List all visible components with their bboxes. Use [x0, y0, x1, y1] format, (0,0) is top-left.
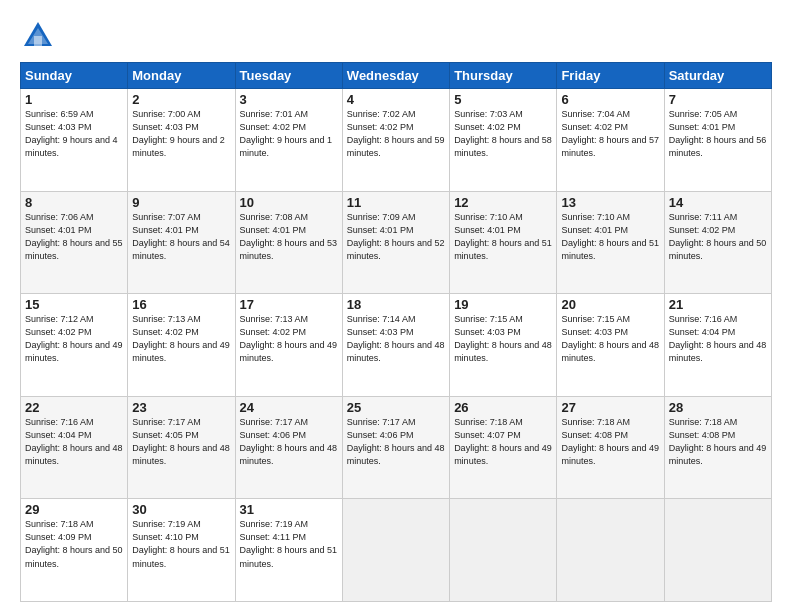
calendar-cell: 30Sunrise: 7:19 AMSunset: 4:10 PMDayligh… [128, 499, 235, 602]
day-info: Sunrise: 7:18 AMSunset: 4:08 PMDaylight:… [669, 417, 767, 466]
calendar-cell: 27Sunrise: 7:18 AMSunset: 4:08 PMDayligh… [557, 396, 664, 499]
day-number: 1 [25, 92, 123, 107]
calendar-cell: 17Sunrise: 7:13 AMSunset: 4:02 PMDayligh… [235, 294, 342, 397]
calendar-cell: 31Sunrise: 7:19 AMSunset: 4:11 PMDayligh… [235, 499, 342, 602]
day-info: Sunrise: 7:04 AMSunset: 4:02 PMDaylight:… [561, 109, 659, 158]
day-number: 20 [561, 297, 659, 312]
day-number: 14 [669, 195, 767, 210]
calendar-cell: 20Sunrise: 7:15 AMSunset: 4:03 PMDayligh… [557, 294, 664, 397]
calendar-table: SundayMondayTuesdayWednesdayThursdayFrid… [20, 62, 772, 602]
calendar-day-header: Wednesday [342, 63, 449, 89]
calendar-cell: 25Sunrise: 7:17 AMSunset: 4:06 PMDayligh… [342, 396, 449, 499]
day-info: Sunrise: 7:18 AMSunset: 4:08 PMDaylight:… [561, 417, 659, 466]
calendar-cell [450, 499, 557, 602]
calendar-cell: 22Sunrise: 7:16 AMSunset: 4:04 PMDayligh… [21, 396, 128, 499]
day-info: Sunrise: 7:17 AMSunset: 4:06 PMDaylight:… [347, 417, 445, 466]
day-number: 24 [240, 400, 338, 415]
calendar-cell [342, 499, 449, 602]
calendar-week-row: 8Sunrise: 7:06 AMSunset: 4:01 PMDaylight… [21, 191, 772, 294]
day-info: Sunrise: 7:16 AMSunset: 4:04 PMDaylight:… [669, 314, 767, 363]
day-info: Sunrise: 7:18 AMSunset: 4:07 PMDaylight:… [454, 417, 552, 466]
calendar-day-header: Saturday [664, 63, 771, 89]
calendar-cell: 16Sunrise: 7:13 AMSunset: 4:02 PMDayligh… [128, 294, 235, 397]
day-info: Sunrise: 6:59 AMSunset: 4:03 PMDaylight:… [25, 109, 118, 158]
day-number: 9 [132, 195, 230, 210]
day-number: 2 [132, 92, 230, 107]
calendar-cell: 18Sunrise: 7:14 AMSunset: 4:03 PMDayligh… [342, 294, 449, 397]
calendar-cell: 8Sunrise: 7:06 AMSunset: 4:01 PMDaylight… [21, 191, 128, 294]
calendar-week-row: 15Sunrise: 7:12 AMSunset: 4:02 PMDayligh… [21, 294, 772, 397]
header [20, 18, 772, 54]
day-number: 8 [25, 195, 123, 210]
day-info: Sunrise: 7:10 AMSunset: 4:01 PMDaylight:… [561, 212, 659, 261]
calendar-cell: 3Sunrise: 7:01 AMSunset: 4:02 PMDaylight… [235, 89, 342, 192]
day-info: Sunrise: 7:15 AMSunset: 4:03 PMDaylight:… [454, 314, 552, 363]
calendar-header-row: SundayMondayTuesdayWednesdayThursdayFrid… [21, 63, 772, 89]
day-info: Sunrise: 7:19 AMSunset: 4:11 PMDaylight:… [240, 519, 338, 568]
day-info: Sunrise: 7:14 AMSunset: 4:03 PMDaylight:… [347, 314, 445, 363]
day-number: 4 [347, 92, 445, 107]
day-number: 15 [25, 297, 123, 312]
day-info: Sunrise: 7:15 AMSunset: 4:03 PMDaylight:… [561, 314, 659, 363]
calendar-cell: 28Sunrise: 7:18 AMSunset: 4:08 PMDayligh… [664, 396, 771, 499]
calendar-cell: 10Sunrise: 7:08 AMSunset: 4:01 PMDayligh… [235, 191, 342, 294]
day-number: 21 [669, 297, 767, 312]
day-number: 6 [561, 92, 659, 107]
day-info: Sunrise: 7:18 AMSunset: 4:09 PMDaylight:… [25, 519, 123, 568]
day-number: 26 [454, 400, 552, 415]
calendar-week-row: 22Sunrise: 7:16 AMSunset: 4:04 PMDayligh… [21, 396, 772, 499]
day-number: 18 [347, 297, 445, 312]
day-number: 23 [132, 400, 230, 415]
calendar-cell: 14Sunrise: 7:11 AMSunset: 4:02 PMDayligh… [664, 191, 771, 294]
calendar-cell: 23Sunrise: 7:17 AMSunset: 4:05 PMDayligh… [128, 396, 235, 499]
calendar-cell: 12Sunrise: 7:10 AMSunset: 4:01 PMDayligh… [450, 191, 557, 294]
calendar-week-row: 29Sunrise: 7:18 AMSunset: 4:09 PMDayligh… [21, 499, 772, 602]
calendar-day-header: Friday [557, 63, 664, 89]
day-info: Sunrise: 7:01 AMSunset: 4:02 PMDaylight:… [240, 109, 333, 158]
calendar-cell: 15Sunrise: 7:12 AMSunset: 4:02 PMDayligh… [21, 294, 128, 397]
calendar-cell: 19Sunrise: 7:15 AMSunset: 4:03 PMDayligh… [450, 294, 557, 397]
day-number: 30 [132, 502, 230, 517]
calendar-week-row: 1Sunrise: 6:59 AMSunset: 4:03 PMDaylight… [21, 89, 772, 192]
calendar-day-header: Thursday [450, 63, 557, 89]
day-info: Sunrise: 7:12 AMSunset: 4:02 PMDaylight:… [25, 314, 123, 363]
calendar-cell: 11Sunrise: 7:09 AMSunset: 4:01 PMDayligh… [342, 191, 449, 294]
calendar-cell: 9Sunrise: 7:07 AMSunset: 4:01 PMDaylight… [128, 191, 235, 294]
day-info: Sunrise: 7:06 AMSunset: 4:01 PMDaylight:… [25, 212, 123, 261]
day-info: Sunrise: 7:03 AMSunset: 4:02 PMDaylight:… [454, 109, 552, 158]
calendar-cell: 7Sunrise: 7:05 AMSunset: 4:01 PMDaylight… [664, 89, 771, 192]
day-info: Sunrise: 7:17 AMSunset: 4:05 PMDaylight:… [132, 417, 230, 466]
calendar-cell: 13Sunrise: 7:10 AMSunset: 4:01 PMDayligh… [557, 191, 664, 294]
calendar-cell: 29Sunrise: 7:18 AMSunset: 4:09 PMDayligh… [21, 499, 128, 602]
day-number: 19 [454, 297, 552, 312]
calendar-cell: 1Sunrise: 6:59 AMSunset: 4:03 PMDaylight… [21, 89, 128, 192]
page: SundayMondayTuesdayWednesdayThursdayFrid… [0, 0, 792, 612]
calendar-cell: 21Sunrise: 7:16 AMSunset: 4:04 PMDayligh… [664, 294, 771, 397]
calendar-cell: 2Sunrise: 7:00 AMSunset: 4:03 PMDaylight… [128, 89, 235, 192]
day-info: Sunrise: 7:08 AMSunset: 4:01 PMDaylight:… [240, 212, 338, 261]
day-info: Sunrise: 7:02 AMSunset: 4:02 PMDaylight:… [347, 109, 445, 158]
day-number: 22 [25, 400, 123, 415]
calendar-cell [664, 499, 771, 602]
calendar-day-header: Sunday [21, 63, 128, 89]
calendar-cell: 26Sunrise: 7:18 AMSunset: 4:07 PMDayligh… [450, 396, 557, 499]
calendar-cell [557, 499, 664, 602]
day-number: 11 [347, 195, 445, 210]
day-number: 27 [561, 400, 659, 415]
calendar-day-header: Tuesday [235, 63, 342, 89]
day-number: 7 [669, 92, 767, 107]
day-number: 25 [347, 400, 445, 415]
day-number: 17 [240, 297, 338, 312]
logo [20, 18, 62, 54]
day-info: Sunrise: 7:10 AMSunset: 4:01 PMDaylight:… [454, 212, 552, 261]
day-number: 13 [561, 195, 659, 210]
day-number: 3 [240, 92, 338, 107]
calendar-cell: 4Sunrise: 7:02 AMSunset: 4:02 PMDaylight… [342, 89, 449, 192]
day-info: Sunrise: 7:00 AMSunset: 4:03 PMDaylight:… [132, 109, 225, 158]
day-info: Sunrise: 7:07 AMSunset: 4:01 PMDaylight:… [132, 212, 230, 261]
calendar-cell: 5Sunrise: 7:03 AMSunset: 4:02 PMDaylight… [450, 89, 557, 192]
day-number: 12 [454, 195, 552, 210]
day-info: Sunrise: 7:19 AMSunset: 4:10 PMDaylight:… [132, 519, 230, 568]
day-number: 28 [669, 400, 767, 415]
day-info: Sunrise: 7:17 AMSunset: 4:06 PMDaylight:… [240, 417, 338, 466]
